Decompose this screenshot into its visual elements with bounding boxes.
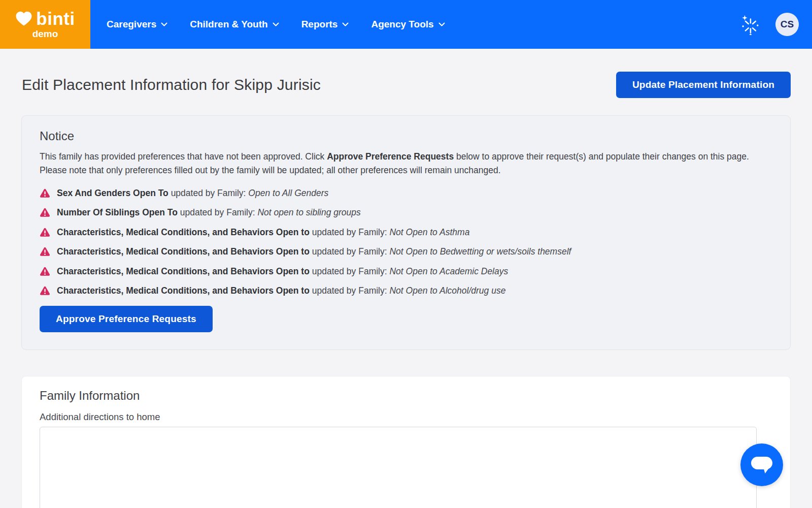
warning-row: Characteristics, Medical Conditions, and… <box>40 281 772 301</box>
warning-label: Characteristics, Medical Conditions, and… <box>57 246 310 257</box>
nav-item-reports[interactable]: Reports <box>301 19 349 30</box>
nav-item-label: Agency Tools <box>371 19 433 30</box>
warning-label: Sex And Genders Open To <box>57 188 168 198</box>
update-placement-information-button[interactable]: Update Placement Information <box>616 72 791 98</box>
family-information-heading: Family Information <box>40 389 772 403</box>
page-header-row: Edit Placement Information for Skipp Jur… <box>22 72 791 98</box>
chevron-down-icon <box>342 22 349 27</box>
notice-intro-bold: Approve Preference Requests <box>327 151 454 162</box>
header-spacer <box>445 0 739 49</box>
warning-value: Not Open to Alcohol/drug use <box>389 285 505 296</box>
warning-text: Characteristics, Medical Conditions, and… <box>57 227 469 238</box>
chevron-down-icon <box>438 22 445 27</box>
additional-directions-textarea[interactable] <box>40 427 757 508</box>
warning-triangle-icon <box>40 228 50 237</box>
user-avatar[interactable]: CS <box>775 13 799 36</box>
approve-preference-requests-button[interactable]: Approve Preference Requests <box>40 306 213 332</box>
warning-label: Characteristics, Medical Conditions, and… <box>57 266 310 276</box>
warning-row: Characteristics, Medical Conditions, and… <box>40 242 772 262</box>
warning-text: Number Of Siblings Open To updated by Fa… <box>57 207 361 218</box>
warning-row: Number Of Siblings Open To updated by Fa… <box>40 203 772 223</box>
warning-middle-text: updated by Family: <box>178 207 258 217</box>
warning-triangle-icon <box>40 208 50 217</box>
brand-name: binti <box>36 10 75 27</box>
sparkle-icon[interactable] <box>739 14 760 35</box>
notice-warning-list: Sex And Genders Open To updated by Famil… <box>40 183 772 301</box>
warning-label: Number Of Siblings Open To <box>57 207 178 217</box>
warning-text: Characteristics, Medical Conditions, and… <box>57 246 571 257</box>
warning-text: Sex And Genders Open To updated by Famil… <box>57 188 328 199</box>
warning-value: Open to All Genders <box>248 188 328 198</box>
chevron-down-icon <box>161 22 167 27</box>
warning-triangle-icon <box>40 188 50 198</box>
binti-logo[interactable]: binti demo <box>0 0 90 49</box>
avatar-initials: CS <box>781 19 794 30</box>
warning-value: Not Open to Academic Delays <box>389 266 508 276</box>
warning-value: Not open to sibling groups <box>257 207 360 217</box>
warning-value: Not Open to Asthma <box>389 227 469 237</box>
warning-row: Sex And Genders Open To updated by Famil… <box>40 183 772 203</box>
binti-heart-icon <box>15 11 32 26</box>
warning-middle-text: updated by Family: <box>310 246 390 257</box>
nav-item-caregivers[interactable]: Caregivers <box>107 19 167 30</box>
notice-heading: Notice <box>40 129 772 143</box>
warning-triangle-icon <box>40 286 50 296</box>
warning-triangle-icon <box>40 267 50 276</box>
warning-label: Characteristics, Medical Conditions, and… <box>57 285 310 296</box>
page-title: Edit Placement Information for Skipp Jur… <box>22 76 321 93</box>
notice-intro-before: This family has provided preferences tha… <box>40 151 327 162</box>
nav-item-label: Reports <box>301 19 338 30</box>
notice-card: Notice This family has provided preferen… <box>21 115 791 350</box>
warning-text: Characteristics, Medical Conditions, and… <box>57 285 505 296</box>
warning-value: Not Open to Bedwetting or wets/soils the… <box>389 246 571 257</box>
warning-middle-text: updated by Family: <box>168 188 249 198</box>
warning-triangle-icon <box>40 247 50 257</box>
family-information-card: Family Information Additional directions… <box>21 376 791 508</box>
chat-bubble-icon <box>750 455 773 475</box>
warning-middle-text: updated by Family: <box>310 227 390 237</box>
nav-item-label: Children & Youth <box>190 19 267 30</box>
additional-directions-label: Additional directions to home <box>40 411 772 423</box>
warning-row: Characteristics, Medical Conditions, and… <box>40 223 772 242</box>
chat-widget-button[interactable] <box>740 443 783 486</box>
warning-row: Characteristics, Medical Conditions, and… <box>40 262 772 281</box>
notice-intro-text: This family has provided preferences tha… <box>40 150 772 177</box>
environment-label: demo <box>32 28 58 40</box>
top-navbar: binti demo Caregivers Children & Youth R… <box>0 0 812 49</box>
warning-middle-text: updated by Family: <box>310 266 390 276</box>
main-nav: Caregivers Children & Youth Reports Agen… <box>107 0 445 49</box>
chevron-down-icon <box>273 22 279 27</box>
warning-middle-text: updated by Family: <box>310 285 390 296</box>
nav-item-agency-tools[interactable]: Agency Tools <box>371 19 445 30</box>
warning-text: Characteristics, Medical Conditions, and… <box>57 266 508 277</box>
warning-label: Characteristics, Medical Conditions, and… <box>57 227 310 237</box>
nav-item-children-youth[interactable]: Children & Youth <box>190 19 279 30</box>
nav-item-label: Caregivers <box>107 19 156 30</box>
